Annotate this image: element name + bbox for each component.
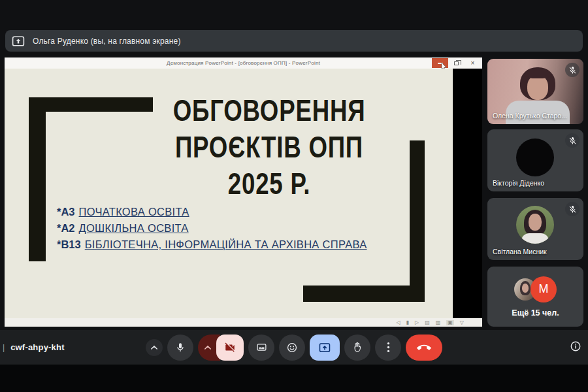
presenting-banner: Ольга Руденко (вы, на главном экране) — [5, 30, 583, 52]
call-controls — [146, 330, 442, 365]
participant-tile[interactable]: Світлана Мисник — [487, 198, 583, 260]
bullet-hyperlink[interactable]: ДОШКІЛЬНА ОСВІТА — [79, 222, 189, 234]
slide-title-line-1: ОБГОВОРЕННЯ — [127, 92, 412, 129]
meeting-info-button[interactable] — [570, 340, 581, 355]
bracket-bottom-right-horizontal — [303, 286, 425, 302]
bullet-code: *A2 — [57, 222, 75, 234]
mic-options-button[interactable] — [146, 339, 163, 356]
bottom-black-strip — [0, 365, 588, 392]
pen-icon[interactable]: ▮ — [406, 320, 409, 325]
powerpoint-window: Демонстрация PowerPoint - [обговорення О… — [5, 57, 482, 327]
meeting-code: | cwf-ahpy-kht — [3, 330, 65, 365]
slide-bullet-list: *A3ПОЧАТКОВА ОСВІТА *A2ДОШКІЛЬНА ОСВІТА … — [57, 204, 367, 253]
participant-tile-video[interactable]: Олена Крутько Старо... — [487, 59, 583, 124]
slide-title-line-2: ПРОЄКТІВ ОПП — [127, 129, 412, 165]
normal-view-icon[interactable]: ▤ — [425, 320, 430, 325]
mic-button[interactable] — [167, 335, 193, 361]
meeting-code-text: cwf-ahpy-kht — [10, 342, 65, 352]
collapse-icon[interactable]: ▽ — [460, 320, 464, 325]
presenting-banner-text: Ольга Руденко (вы, на главном экране) — [33, 37, 181, 46]
mic-icon — [175, 342, 186, 353]
raise-hand-icon — [352, 342, 363, 353]
more-participants-label: Ещё 15 чел. — [512, 308, 559, 318]
phone-down-icon — [417, 344, 431, 351]
reading-view-icon[interactable]: ▣ — [446, 320, 454, 325]
avatar — [516, 139, 554, 176]
chevron-up-icon — [151, 346, 157, 350]
mic-muted-icon — [565, 202, 580, 216]
restore-button[interactable] — [448, 58, 465, 68]
bullet-row: *B13БІБЛІОТЕЧНА, ІНФОРМАЦІЙНА ТА АРХІВНА… — [57, 237, 367, 253]
meet-stage: Ольга Руденко (вы, на главном экране) Де… — [0, 0, 588, 392]
end-call-button[interactable] — [406, 335, 442, 361]
overflow-badge: M — [531, 276, 557, 302]
restore-icon — [454, 61, 459, 65]
minimize-button[interactable] — [432, 58, 448, 68]
bullet-code: *B13 — [57, 238, 81, 250]
camera-control-group — [198, 335, 244, 361]
mic-muted-icon — [565, 133, 580, 148]
avatar — [516, 206, 554, 244]
more-options-button[interactable] — [375, 335, 401, 361]
bullet-row: *A3ПОЧАТКОВА ОСВІТА — [57, 204, 367, 220]
share-screen-icon — [319, 342, 331, 353]
prev-slide-icon[interactable]: ◁ — [396, 320, 400, 325]
bullet-hyperlink[interactable]: ПОЧАТКОВА ОСВІТА — [79, 206, 189, 218]
chevron-up-icon — [204, 346, 211, 350]
divider: | — [3, 343, 5, 352]
mic-muted-icon — [565, 63, 580, 77]
control-bar: | cwf-ahpy-kht — [0, 330, 588, 365]
bullet-row: *A2ДОШКІЛЬНА ОСВІТА — [57, 220, 367, 237]
present-to-screen-icon — [12, 36, 25, 46]
slide-letterbox — [453, 69, 482, 318]
camera-off-icon — [224, 342, 236, 353]
raise-hand-button[interactable] — [344, 335, 370, 361]
participant-name: Світлана Мисник — [493, 248, 547, 255]
participant-tile[interactable]: Вікторія Діденко — [487, 129, 583, 191]
overflow-avatars: M — [514, 276, 557, 302]
ppt-statusbar: ◁ ▮ ▷ ▤ ▥ ▣ ▽ — [5, 318, 482, 327]
slide-canvas: ОБГОВОРЕННЯ ПРОЄКТІВ ОПП 2025 Р. *A3ПОЧА… — [5, 69, 453, 318]
bullet-hyperlink[interactable]: БІБЛІОТЕЧНА, ІНФОРМАЦІЙНА ТА АРХІВНА СПР… — [85, 238, 367, 250]
smiley-icon — [286, 342, 298, 353]
captions-button[interactable] — [248, 335, 274, 361]
participant-name: Вікторія Діденко — [493, 179, 544, 187]
bracket-bottom-right-vertical — [410, 140, 425, 302]
reactions-button[interactable] — [279, 335, 305, 361]
overflow-participants-tile[interactable]: M Ещё 15 чел. — [487, 267, 583, 327]
three-dots-icon — [387, 342, 390, 353]
window-controls: × — [432, 58, 481, 68]
next-slide-icon[interactable]: ▷ — [415, 320, 419, 325]
bullet-code: *A3 — [57, 206, 75, 218]
captions-icon — [256, 342, 267, 353]
ppt-window-title: Демонстрация PowerPoint - [обговорення О… — [167, 60, 320, 66]
sorter-view-icon[interactable]: ▥ — [436, 320, 441, 325]
info-icon — [570, 340, 581, 352]
close-button[interactable]: × — [465, 58, 481, 68]
camera-off-button[interactable] — [216, 335, 244, 361]
ppt-titlebar[interactable]: Демонстрация PowerPoint - [обговорення О… — [5, 57, 482, 69]
slide-title-line-3: 2025 Р. — [127, 165, 412, 202]
bracket-top-left-vertical — [29, 97, 46, 261]
participant-name: Олена Крутько Старо... — [493, 112, 567, 120]
share-screen-button[interactable] — [310, 335, 340, 361]
slide-title: ОБГОВОРЕННЯ ПРОЄКТІВ ОПП 2025 Р. — [127, 92, 412, 202]
